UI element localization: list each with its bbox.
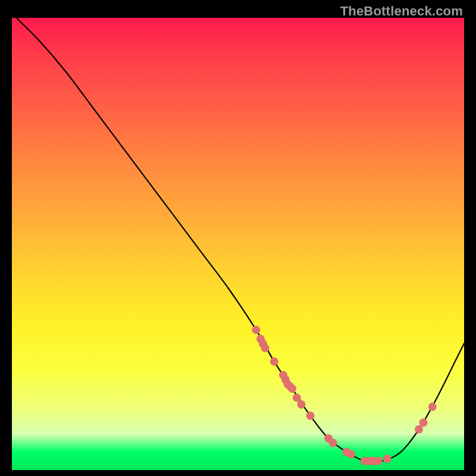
watermark-text: TheBottleneck.com xyxy=(340,4,463,19)
bottleneck-curve xyxy=(17,18,464,462)
scatter-dot xyxy=(261,344,270,352)
bottleneck-chart xyxy=(12,18,464,470)
scatter-dot xyxy=(415,425,423,434)
scatter-dot xyxy=(374,457,383,465)
scatter-dot xyxy=(297,400,305,409)
scatter-dot xyxy=(428,403,437,411)
scatter-dot xyxy=(306,412,315,420)
scatter-dot xyxy=(419,418,428,427)
scatter-dot xyxy=(329,439,337,447)
chart-area xyxy=(12,18,464,470)
scatter-dot xyxy=(270,358,278,366)
scatter-dot xyxy=(383,455,392,463)
scatter-dot xyxy=(288,384,296,393)
scatter-dot xyxy=(347,450,355,458)
scatter-dot xyxy=(293,393,301,402)
scatter-dots xyxy=(252,325,436,465)
scatter-dot xyxy=(252,325,260,334)
